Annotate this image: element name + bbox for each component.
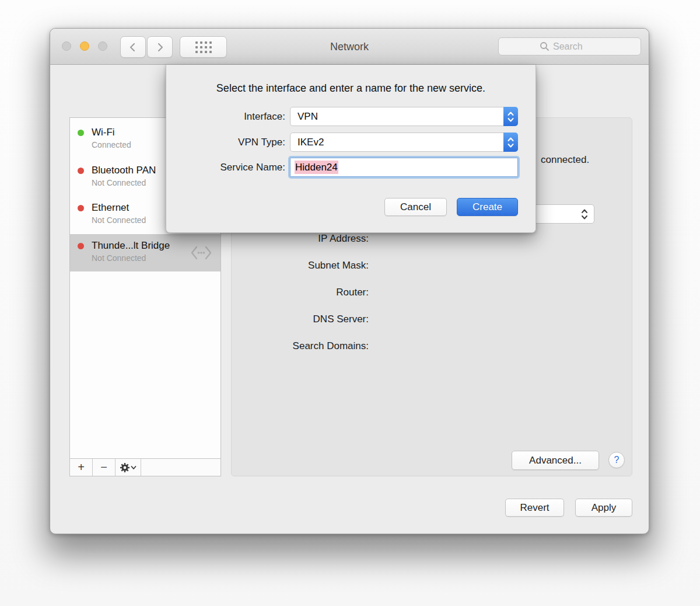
- vpn-type-label: VPN Type:: [166, 137, 285, 148]
- selected-text: Hidden24: [295, 161, 338, 174]
- service-list-toolbar: + −: [70, 458, 220, 476]
- apply-button[interactable]: Apply: [575, 499, 632, 517]
- help-button[interactable]: ?: [608, 452, 625, 468]
- new-service-sheet: Select the interface and enter a name fo…: [166, 65, 536, 233]
- cancel-button[interactable]: Cancel: [384, 198, 447, 216]
- router-label: Router:: [232, 286, 369, 313]
- service-name-row: Service Name: Hidden24: [166, 158, 518, 177]
- show-all-button[interactable]: [180, 36, 227, 58]
- sheet-message: Select the interface and enter a name fo…: [166, 82, 536, 95]
- status-dot-not-connected: [78, 243, 84, 249]
- gear-icon: [120, 462, 130, 473]
- updown-chevrons-icon: [507, 136, 514, 149]
- interface-label: Interface:: [166, 111, 285, 123]
- interface-value: VPN: [298, 111, 318, 122]
- back-button[interactable]: [120, 36, 146, 58]
- service-row-thunderbolt-bridge[interactable]: Thunde...lt Bridge Not Connected: [70, 234, 220, 272]
- ip-address-label: IP Address:: [232, 232, 369, 259]
- updown-chevrons-icon: [580, 207, 589, 221]
- config-labels: IP Address: Subnet Mask: Router: DNS Ser…: [232, 232, 369, 367]
- forward-button[interactable]: [147, 36, 173, 58]
- add-service-button[interactable]: +: [70, 459, 93, 476]
- service-name-input[interactable]: Hidden24: [290, 158, 518, 177]
- service-action-button[interactable]: [116, 459, 141, 476]
- popup-stepper: [503, 107, 518, 126]
- remove-service-button[interactable]: −: [93, 459, 116, 476]
- titlebar[interactable]: Network: [50, 29, 649, 65]
- chevron-left-icon: [127, 41, 139, 53]
- revert-button[interactable]: Revert: [505, 499, 564, 517]
- search-icon: [540, 41, 550, 51]
- updown-chevrons-icon: [507, 110, 514, 123]
- status-dot-connected: [78, 130, 84, 136]
- zoom-button[interactable]: [98, 41, 107, 51]
- status-text-fragment: connected.: [541, 154, 589, 166]
- chevron-down-icon: [131, 465, 136, 470]
- traffic-lights: [62, 41, 107, 51]
- desktop: Network: [0, 0, 700, 606]
- vpn-type-row: VPN Type: IKEv2: [166, 133, 518, 152]
- status-dot-not-connected: [78, 168, 84, 174]
- service-name-label: Service Name:: [166, 162, 285, 173]
- status-dot-not-connected: [78, 205, 84, 211]
- nav-buttons: [120, 36, 173, 58]
- search-field[interactable]: [498, 37, 641, 55]
- grid-icon: [195, 41, 212, 53]
- interface-popup[interactable]: VPN: [290, 107, 518, 126]
- dns-server-label: DNS Server:: [232, 313, 369, 340]
- popup-stepper: [503, 133, 518, 152]
- subnet-mask-label: Subnet Mask:: [232, 259, 369, 286]
- create-button[interactable]: Create: [457, 198, 518, 216]
- vpn-type-value: IKEv2: [298, 137, 324, 148]
- close-button[interactable]: [62, 41, 71, 51]
- vpn-type-popup[interactable]: IKEv2: [290, 133, 518, 152]
- thunderbolt-bridge-icon: [190, 244, 213, 264]
- network-preferences-window: Network: [50, 28, 649, 534]
- minimize-button[interactable]: [80, 41, 89, 51]
- search-domains-label: Search Domains:: [232, 340, 369, 367]
- interface-row: Interface: VPN: [166, 107, 518, 126]
- advanced-button[interactable]: Advanced...: [512, 451, 599, 470]
- search-input[interactable]: [553, 41, 600, 52]
- chevron-right-icon: [154, 41, 166, 53]
